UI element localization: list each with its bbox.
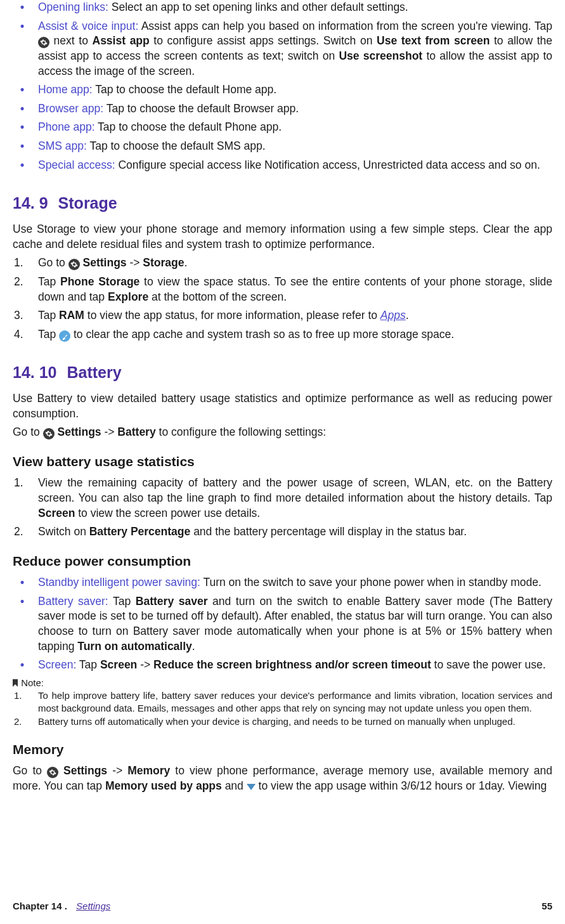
body-text: -> <box>137 658 153 671</box>
bookmark-icon <box>13 679 18 687</box>
section-title: Storage <box>58 194 117 212</box>
step-item: Tap to clear the app cache and system tr… <box>13 327 552 342</box>
section-title: Battery <box>67 363 122 381</box>
body-text: Tap to choose the default Home app. <box>93 83 277 96</box>
bold-turn-on-auto: Turn on automatically <box>77 640 192 653</box>
body-text: to view the app usage within 3/6/12 hour… <box>256 779 547 792</box>
body-text: Tap to choose the default SMS app. <box>87 140 266 152</box>
body-text: Configure special access like Notificati… <box>115 159 540 171</box>
page-footer: Chapter 14 . Settings 55 <box>13 900 552 913</box>
body-text: Go to <box>13 426 43 438</box>
body-text: and the battery percentage will display … <box>190 525 467 538</box>
body-text: Tap <box>38 328 59 341</box>
body-text: next to <box>49 34 93 47</box>
body-text: . <box>185 256 188 269</box>
broom-icon <box>59 330 70 342</box>
battery-goto: Go to Settings -> Battery to configure t… <box>13 425 552 440</box>
bold-phone-storage: Phone Storage <box>60 275 140 288</box>
list-item: Battery saver: Tap Battery saver and tur… <box>13 594 552 654</box>
list-item: Standby intelligent power saving: Turn o… <box>13 575 552 590</box>
bold-battery: Battery <box>117 426 155 438</box>
dropdown-icon <box>247 784 256 790</box>
body-text: Select an app to set opening links and o… <box>108 1 408 13</box>
term-browser-app: Browser app: <box>38 102 103 115</box>
subheading-view-stats: View battery usage statistics <box>13 453 552 471</box>
storage-intro: Use Storage to view your phone storage a… <box>13 222 552 252</box>
note-label: Note: <box>13 677 552 689</box>
section-storage-heading: 14. 9Storage <box>13 193 552 214</box>
body-text: -> <box>107 764 127 777</box>
list-item: Opening links: Select an app to set open… <box>13 0 552 15</box>
bold-memory-used: Memory used by apps <box>105 779 222 792</box>
list-item: Screen: Tap Screen -> Reduce the screen … <box>13 658 552 673</box>
step-item: Tap Phone Storage to view the space stat… <box>13 275 552 304</box>
page-number: 55 <box>542 900 552 913</box>
term-opening-links: Opening links: <box>38 1 108 13</box>
list-item: Phone app: Tap to choose the default Pho… <box>13 120 552 135</box>
bold-use-screenshot: Use screenshot <box>339 49 422 62</box>
body-text: Tap <box>38 309 59 322</box>
bold-reduce-brightness: Reduce the screen brightness and/or scre… <box>153 658 431 671</box>
note-list: To help improve battery life, battery sa… <box>13 689 552 728</box>
list-item: SMS app: Tap to choose the default SMS a… <box>13 139 552 154</box>
step-item: Switch on Battery Percentage and the bat… <box>13 524 552 540</box>
list-item: Assist & voice input: Assist apps can he… <box>13 19 552 79</box>
bold-screen: Screen <box>100 658 137 671</box>
footer-link-settings[interactable]: Settings <box>76 901 110 911</box>
subheading-reduce-power: Reduce power consumption <box>13 552 552 570</box>
body-text: Tap <box>38 275 60 288</box>
body-text: to configure assist apps settings. Switc… <box>150 34 377 47</box>
body-text: -> <box>127 256 143 269</box>
reduce-power-list: Standby intelligent power saving: Turn o… <box>13 575 552 673</box>
bold-storage: Storage <box>143 256 184 269</box>
step-item: View the remaining capacity of battery a… <box>13 476 552 521</box>
bold-ram: RAM <box>59 309 84 322</box>
term-assist-voice: Assist & voice input: <box>38 20 138 32</box>
memory-para: Go to Settings -> Memory to view phone p… <box>13 764 552 793</box>
bold-battery-saver: Battery saver <box>136 595 208 608</box>
body-text: Tap to choose the default Phone app. <box>95 120 282 133</box>
body-text: Tap to choose the default Browser app. <box>103 102 299 115</box>
note-label-text: Note: <box>18 677 44 688</box>
term-sms-app: SMS app: <box>38 140 87 152</box>
bold-use-text: Use text from screen <box>377 34 490 47</box>
bold-assist-app: Assist app <box>93 34 150 47</box>
body-text: Turn on the switch to save your phone po… <box>200 576 542 589</box>
body-text: and <box>222 779 247 792</box>
body-text: Assist apps can help you based on inform… <box>138 20 552 32</box>
section-battery-heading: 14. 10Battery <box>13 362 552 384</box>
body-text: at the bottom of the screen. <box>148 290 287 303</box>
step-item: Tap RAM to view the app status, for more… <box>13 308 552 323</box>
bold-settings: Settings <box>80 256 127 269</box>
term-battery-saver: Battery saver: <box>38 595 108 608</box>
list-item: Special access: Configure special access… <box>13 158 552 173</box>
term-screen: Screen: <box>38 658 76 671</box>
bold-memory: Memory <box>127 764 170 777</box>
term-standby-saving: Standby intelligent power saving: <box>38 576 200 589</box>
body-text: to save the power use. <box>431 658 546 671</box>
body-text: Tap <box>108 595 136 608</box>
bold-battery-percentage: Battery Percentage <box>89 525 191 538</box>
gear-icon <box>38 37 49 48</box>
link-apps[interactable]: Apps <box>380 309 406 322</box>
battery-intro: Use Battery to view detailed battery usa… <box>13 391 552 421</box>
list-item: Home app: Tap to choose the default Home… <box>13 82 552 98</box>
list-item: Browser app: Tap to choose the default B… <box>13 101 552 117</box>
view-stats-list: View the remaining capacity of battery a… <box>13 476 552 540</box>
gear-icon <box>43 428 55 439</box>
chapter-label: Chapter 14 . <box>13 901 67 911</box>
term-home-app: Home app: <box>38 83 93 96</box>
body-text: to view the app status, for more informa… <box>84 309 380 322</box>
body-text: Go to <box>38 256 68 269</box>
note-item: To help improve battery life, battery sa… <box>13 689 552 714</box>
gear-icon <box>68 259 80 270</box>
footer-left: Chapter 14 . Settings <box>13 900 110 913</box>
section-number: 14. 9 <box>13 194 48 212</box>
bold-settings: Settings <box>55 426 101 438</box>
bold-settings: Settings <box>58 764 107 777</box>
step-item: Go to Settings -> Storage. <box>13 256 552 271</box>
body-text: View the remaining capacity of battery a… <box>38 476 552 504</box>
body-text: to clear the app cache and system trash … <box>70 328 454 341</box>
gear-icon <box>47 767 58 778</box>
body-text: to configure the following settings: <box>156 426 327 438</box>
